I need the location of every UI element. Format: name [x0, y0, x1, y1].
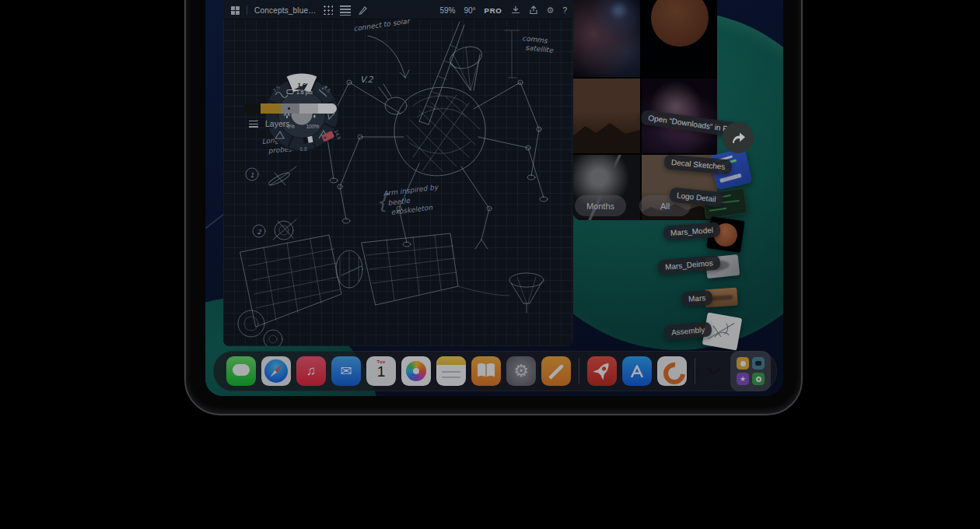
star-mini-icon: ★: [737, 373, 749, 385]
size-right: 14.5: [334, 129, 342, 141]
notes-icon: [436, 356, 466, 365]
dock-app-mail[interactable]: ✉: [331, 356, 361, 386]
zoom-level[interactable]: 59%: [439, 6, 455, 15]
ring-mini-icon: [752, 373, 765, 385]
workspace-grid-icon[interactable]: [231, 6, 240, 15]
dock-chevron-button[interactable]: [703, 360, 725, 382]
drag-label-mars[interactable]: Mars: [681, 290, 712, 307]
rocket-icon: [587, 356, 617, 386]
precision-dots-icon[interactable]: [324, 5, 333, 15]
stroke-width-value: 1.6 pts: [296, 89, 313, 96]
size-bottom: 6.8: [299, 146, 306, 152]
dock-app-rocket[interactable]: [587, 356, 617, 386]
dock-app-calendar[interactable]: Tue 1: [366, 356, 396, 386]
dock-app-library[interactable]: ★: [730, 351, 771, 391]
messages-bubble-icon: [233, 364, 250, 376]
photos-flower-icon: [406, 361, 426, 381]
stage: connect to solar comms satellite V.2 Lon…: [0, 0, 980, 529]
swatch-black[interactable]: [243, 103, 261, 114]
segment-months-label: Months: [586, 201, 614, 211]
dock-app-safari[interactable]: [261, 356, 291, 386]
layers-label: Layers: [265, 119, 290, 128]
concepts-c-icon: [659, 358, 687, 386]
swatch-gray[interactable]: [281, 103, 299, 114]
dock-app-settings[interactable]: ⚙: [506, 356, 536, 386]
appstore-icon: [622, 356, 652, 386]
dock-app-appstore[interactable]: [622, 356, 652, 386]
calendar-day: 1: [366, 363, 396, 380]
color-palette-bar[interactable]: [243, 103, 337, 114]
toolbar-divider: [247, 5, 247, 15]
books-icon: [471, 356, 501, 386]
help-button[interactable]: ?: [562, 6, 567, 15]
concepts-app-window: connect to solar comms satellite V.2 Lon…: [223, 0, 573, 346]
layer-stack-icon[interactable]: [340, 5, 351, 16]
dock-app-pages[interactable]: [541, 356, 571, 386]
swatch-white[interactable]: [318, 103, 337, 114]
document-title[interactable]: Concepts_blue…: [254, 6, 317, 15]
settings-gear-icon[interactable]: ⚙: [547, 5, 555, 16]
dock-divider-2: [695, 358, 695, 384]
mail-envelope-icon: ✉: [331, 356, 361, 386]
share-arrow-icon: [730, 130, 747, 145]
selected-swatch-dot: [288, 107, 290, 110]
segment-all-label: All: [660, 201, 670, 211]
pro-badge[interactable]: PRO: [485, 6, 502, 15]
layers-menu-icon: [249, 121, 258, 128]
annotation-marker-2: 2: [257, 229, 261, 236]
import-icon[interactable]: [511, 5, 520, 15]
rotation-value[interactable]: 90°: [464, 6, 475, 15]
dock-divider: [579, 358, 579, 384]
music-note-icon: ♫: [296, 356, 326, 386]
dock-app-concepts[interactable]: [657, 356, 687, 386]
active-size-value: 1.6: [297, 82, 306, 89]
ipad-screen: connect to solar comms satellite V.2 Lon…: [205, 0, 783, 396]
tips-mini-icon: [737, 357, 749, 370]
segment-months[interactable]: Months: [575, 195, 626, 216]
dock-app-notes[interactable]: [436, 356, 466, 386]
export-share-icon[interactable]: [529, 5, 538, 15]
dock-app-music[interactable]: ♫: [296, 356, 326, 386]
annotation-arm-1: Arm inspired by: [383, 183, 439, 198]
swatch-lightgray[interactable]: [299, 103, 318, 114]
pen-mode-icon[interactable]: [358, 5, 368, 16]
swatch-gold[interactable]: [261, 103, 281, 114]
annotation-arm-2: beetle: [387, 196, 411, 207]
opacity-max: 100%: [306, 124, 320, 129]
brush-tool-wheel[interactable]: 1.6 7.5 3.5 14.5 6.8 1.6 pts ◐ 0% 100%: [241, 17, 362, 160]
dock-app-messages[interactable]: [226, 356, 256, 386]
settings-gear-app-icon: ⚙: [506, 356, 536, 386]
dock-app-books[interactable]: [471, 356, 501, 386]
dock: ♫ ✉ Tue 1 ⚙: [213, 351, 777, 391]
chevron-down-icon: [708, 368, 720, 375]
dock-app-photos[interactable]: [401, 356, 431, 386]
annotation-marker-1: 1: [250, 172, 254, 179]
layers-button[interactable]: Layers: [249, 119, 290, 128]
annotation-comms-2: satellite: [525, 44, 555, 54]
pen-icon: [548, 363, 565, 380]
camera-mini-icon: [752, 357, 765, 370]
share-forward-button[interactable]: [723, 122, 754, 153]
ipad-device: connect to solar comms satellite V.2 Lon…: [184, 0, 803, 415]
